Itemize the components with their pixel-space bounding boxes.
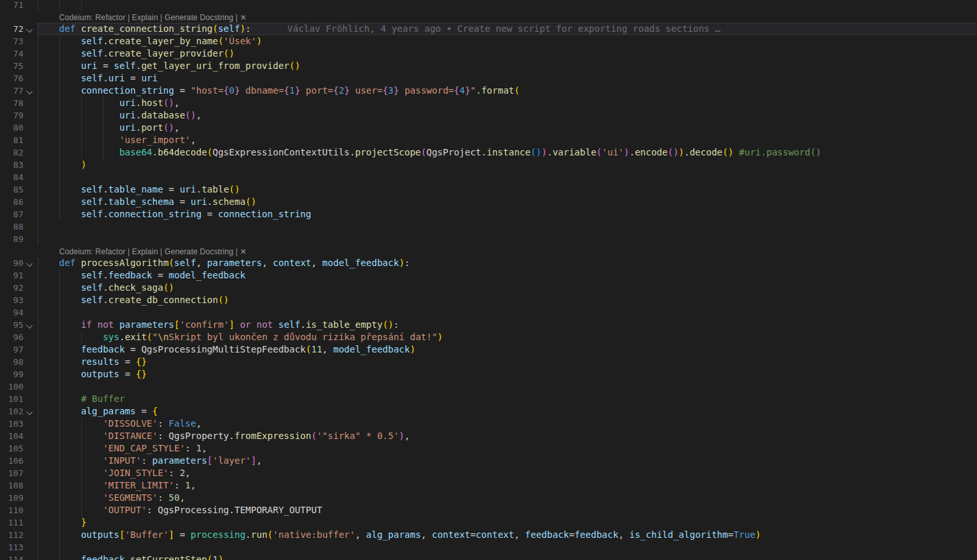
codelens-action-generate-docstring[interactable]: Generate Docstring <box>165 247 234 256</box>
code-line-content[interactable]: 'user_import', <box>37 134 977 146</box>
code-line-content[interactable]: outputs = {} <box>37 368 977 380</box>
code-line[interactable]: 102 alg_params = { <box>0 405 977 418</box>
code-line[interactable]: 73 self.create_layer_by_name('Úsek') <box>0 35 977 47</box>
code-line[interactable]: 107 'JOIN_STYLE': 2, <box>0 467 977 479</box>
code-line-content[interactable]: outputs['Buffer'] = processing.run('nati… <box>37 529 977 541</box>
code-line[interactable]: 97 feedback = QgsProcessingMultiStepFeed… <box>0 343 977 356</box>
code-line[interactable]: 80 uri.port(), <box>0 122 977 134</box>
code-line[interactable]: 110 'OUTPUT': QgsProcessing.TEMPORARY_OU… <box>0 504 977 516</box>
code-line-content[interactable]: self.table_name = uri.table() <box>37 183 977 196</box>
fold-chevron-down-icon[interactable] <box>26 260 33 267</box>
code-line[interactable]: 79 uri.database(), <box>0 109 977 122</box>
code-line-content[interactable]: def processAlgorithm(self, parameters, c… <box>37 257 977 269</box>
blank-code-line[interactable]: 84 <box>0 171 977 183</box>
fold-chevron-down-icon[interactable] <box>26 322 33 328</box>
code-line-content[interactable]: sys.exit("\nSkript byl ukončen z důvodu … <box>37 331 977 343</box>
code-line-content[interactable]: self.create_layer_by_name('Úsek') <box>37 35 977 47</box>
code-line[interactable]: 75 uri = self.get_layer_uri_from_provide… <box>0 60 977 72</box>
code-line-content[interactable]: uri.port(), <box>37 122 977 134</box>
code-line[interactable]: 87 self.connection_string = connection_s… <box>0 208 977 220</box>
codelens-dismiss-icon[interactable]: ✕ <box>240 247 247 256</box>
code-line-content[interactable] <box>37 171 977 183</box>
blank-code-line[interactable]: 88 <box>0 220 977 233</box>
code-line[interactable]: 112 outputs['Buffer'] = processing.run('… <box>0 529 977 541</box>
code-line[interactable]: 108 'MITER_LIMIT': 1, <box>0 479 977 492</box>
code-line[interactable]: 96 sys.exit("\nSkript byl ukončen z důvo… <box>0 331 977 343</box>
codelens-action-explain[interactable]: Explain <box>132 247 158 256</box>
code-line-content[interactable]: self.create_layer_provider() <box>37 47 977 60</box>
code-line-content[interactable]: self.check_saga() <box>37 282 977 294</box>
code-line-content[interactable]: self.connection_string = connection_stri… <box>37 208 977 220</box>
code-line[interactable]: 78 uri.host(), <box>0 97 977 109</box>
code-line[interactable]: 82 base64.b64decode(QgsExpressionContext… <box>0 146 977 159</box>
blank-code-line[interactable]: 100 <box>0 380 977 393</box>
code-line-content[interactable]: base64.b64decode(QgsExpressionContextUti… <box>37 146 977 159</box>
code-line[interactable]: 103 'DISSOLVE': False, <box>0 418 977 430</box>
code-line[interactable]: 72 def create_connection_string(self):Vá… <box>0 23 977 35</box>
code-line-content[interactable]: connection_string = "host={0} dbname={1}… <box>37 85 977 97</box>
code-line-content[interactable]: self.feedback = model_feedback <box>37 269 977 282</box>
code-line[interactable]: 104 'DISTANCE': QgsProperty.fromExpressi… <box>0 430 977 442</box>
code-line[interactable]: 105 'END_CAP_STYLE': 1, <box>0 442 977 455</box>
code-line-content[interactable]: 'INPUT': parameters['layer'], <box>37 455 977 467</box>
code-line[interactable]: 99 outputs = {} <box>0 368 977 380</box>
code-line-content[interactable]: 'END_CAP_STYLE': 1, <box>37 442 977 455</box>
codelens-action-generate-docstring[interactable]: Generate Docstring <box>165 13 234 22</box>
code-line-content[interactable]: if not parameters['confirm'] or not self… <box>37 319 977 331</box>
code-line-content[interactable]: feedback.setCurrentStep(1) <box>37 553 977 560</box>
code-line[interactable]: 93 self.create_db_connection() <box>0 294 977 306</box>
code-line[interactable]: 111 } <box>0 516 977 529</box>
code-line[interactable]: 90 def processAlgorithm(self, parameters… <box>0 257 977 269</box>
code-line-content[interactable]: self.uri = uri <box>37 72 977 85</box>
code-line-content[interactable] <box>37 0 977 11</box>
code-line[interactable]: 86 self.table_schema = uri.schema() <box>0 196 977 208</box>
code-line-content[interactable]: feedback = QgsProcessingMultiStepFeedbac… <box>37 343 977 356</box>
code-line[interactable]: 95 if not parameters['confirm'] or not s… <box>0 319 977 331</box>
code-line-content[interactable]: 'DISTANCE': QgsProperty.fromExpression('… <box>37 430 977 442</box>
code-line-content[interactable]: uri = self.get_layer_uri_from_provider() <box>37 60 977 72</box>
code-line[interactable]: 74 self.create_layer_provider() <box>0 47 977 60</box>
code-line-content[interactable]: 'JOIN_STYLE': 2, <box>37 467 977 479</box>
code-line[interactable]: 85 self.table_name = uri.table() <box>0 183 977 196</box>
blank-code-line[interactable]: 71 <box>0 0 977 11</box>
code-line[interactable]: 114 feedback.setCurrentStep(1) <box>0 553 977 560</box>
code-line-content[interactable]: results = {} <box>37 356 977 368</box>
code-line-content[interactable] <box>37 220 977 233</box>
code-line[interactable]: 91 self.feedback = model_feedback <box>0 269 977 282</box>
code-line[interactable]: 106 'INPUT': parameters['layer'], <box>0 455 977 467</box>
code-line-content[interactable]: ) <box>37 159 977 171</box>
code-line[interactable]: 81 'user_import', <box>0 134 977 146</box>
code-line[interactable]: 98 results = {} <box>0 356 977 368</box>
codelens-action-explain[interactable]: Explain <box>132 13 158 22</box>
code-line-content[interactable]: 'OUTPUT': QgsProcessing.TEMPORARY_OUTPUT <box>37 504 977 516</box>
blank-code-line[interactable]: 94 <box>0 306 977 319</box>
code-line[interactable]: 83 ) <box>0 159 977 171</box>
code-line-content[interactable]: self.create_db_connection() <box>37 294 977 306</box>
code-line-content[interactable]: 'MITER_LIMIT': 1, <box>37 479 977 492</box>
code-line-content[interactable]: 'SEGMENTS': 50, <box>37 492 977 504</box>
code-line-content[interactable]: } <box>37 516 977 529</box>
code-line-content[interactable] <box>37 541 977 553</box>
code-line-content[interactable]: 'DISSOLVE': False, <box>37 418 977 430</box>
fold-chevron-down-icon[interactable] <box>26 408 33 415</box>
code-line[interactable]: 101 # Buffer <box>0 393 977 405</box>
code-line[interactable]: 92 self.check_saga() <box>0 282 977 294</box>
code-line-content[interactable] <box>37 306 977 319</box>
fold-chevron-down-icon[interactable] <box>26 26 33 33</box>
code-line[interactable]: 76 self.uri = uri <box>0 72 977 85</box>
codelens-dismiss-icon[interactable]: ✕ <box>240 13 247 22</box>
blank-code-line[interactable]: 89 <box>0 233 977 245</box>
code-line-content[interactable]: # Buffer <box>37 393 977 405</box>
code-line-content[interactable]: self.table_schema = uri.schema() <box>37 196 977 208</box>
code-line-content[interactable]: uri.database(), <box>37 109 977 122</box>
codelens-action-refactor[interactable]: Refactor <box>96 247 126 256</box>
blank-code-line[interactable]: 113 <box>0 541 977 553</box>
fold-chevron-down-icon[interactable] <box>26 88 33 94</box>
code-line[interactable]: 77 connection_string = "host={0} dbname=… <box>0 85 977 97</box>
code-line-content[interactable] <box>37 233 977 245</box>
code-line-content[interactable]: def create_connection_string(self):Václa… <box>37 23 977 35</box>
codelens-action-refactor[interactable]: Refactor <box>96 13 126 22</box>
code-line-content[interactable] <box>37 380 977 393</box>
code-line[interactable]: 109 'SEGMENTS': 50, <box>0 492 977 504</box>
code-editor[interactable]: 71Codeium: Refactor | Explain | Generate… <box>0 0 977 560</box>
